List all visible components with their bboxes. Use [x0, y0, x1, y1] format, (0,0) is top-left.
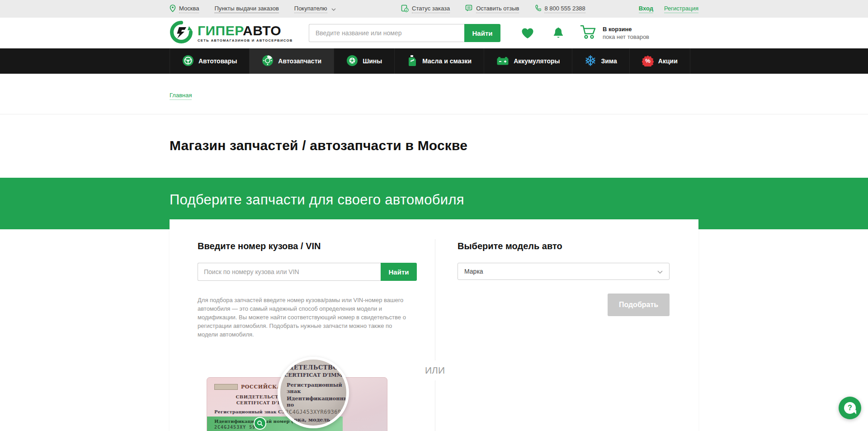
chevron-down-icon [331, 5, 336, 12]
brand-select[interactable]: Марка [458, 263, 670, 280]
svg-text:%: % [645, 57, 651, 64]
search-button[interactable]: Найти [464, 24, 500, 42]
order-status-link[interactable]: Статус заказа [401, 5, 450, 14]
vin-input[interactable] [198, 263, 381, 281]
logo-subtitle: СЕТЬ АВТОМАГАЗИНОВ И АВТОСЕРВИСОВ [198, 38, 293, 43]
nav-item-avtozapchasti[interactable]: Автозапчасти [249, 48, 334, 74]
logo-wordmark: ГИПЕРАВТО [198, 24, 293, 38]
help-chat-button[interactable]: ? [839, 397, 861, 419]
city-label: Москва [179, 5, 199, 13]
notifications-bell-icon[interactable] [553, 27, 564, 39]
pick-parts-button[interactable]: Подобрать [608, 294, 670, 316]
register-link[interactable]: Регистрация [664, 5, 698, 13]
vin-heading: Введите номер кузова / VIN [198, 241, 417, 251]
header-search: Найти [309, 24, 500, 42]
tire-icon [346, 55, 358, 68]
fitment-card: ИЛИ Введите номер кузова / VIN Найти Для… [170, 219, 698, 431]
cart-button[interactable]: В корзине пока нет товаров [580, 24, 649, 42]
column-divider [435, 239, 435, 431]
breadcrumb-home-link[interactable]: Главная [170, 92, 192, 100]
search-input[interactable] [309, 24, 464, 42]
login-link[interactable]: Вход [639, 5, 653, 13]
site-logo[interactable]: ГИПЕРАВТО СЕТЬ АВТОМАГАЗИНОВ И АВТОСЕРВИ… [170, 20, 283, 46]
magnifier-lens: ДЕТЕЛЬСТВО CERTIFICAT D'IMM Регистрацион… [278, 357, 349, 428]
battery-icon [496, 55, 509, 67]
nav-item-akcii[interactable]: % Акции [629, 48, 690, 74]
or-label: ИЛИ [424, 360, 446, 380]
phone-number: 8 800 555 2388 [544, 5, 585, 13]
model-select-column: Выберите модель авто Марка Подобрать [435, 219, 698, 431]
main-nav: Автотовары Автозапчасти Шины Масла и сма… [0, 48, 868, 74]
order-status-icon [401, 5, 409, 14]
logo-icon [170, 20, 193, 46]
nav-item-akkumulyatory[interactable]: Аккумуляторы [484, 48, 572, 74]
steering-wheel-icon [182, 55, 194, 68]
nav-item-zima[interactable]: Зима [572, 48, 629, 74]
percent-icon: % [642, 55, 654, 68]
model-heading: Выберите модель авто [458, 241, 670, 251]
vin-description: Для подбора запчастей введите номер кузо… [198, 296, 406, 339]
brand-select-value: Марка [464, 268, 483, 275]
certificate-emblem [214, 384, 238, 390]
page-title: Магазин запчастей / автозапчасти в Москв… [170, 138, 698, 153]
brake-disc-icon [262, 55, 274, 68]
registration-certificate-image: РОССИЙСКАЯ ФЕДЕРАЦИЯ СВИДЕТЕЛЬСТВО О РЕГ… [198, 357, 417, 431]
oil-can-icon [407, 55, 418, 68]
leave-review-link[interactable]: Оставить отзыв [465, 5, 519, 13]
location-pin-icon [170, 5, 176, 14]
site-header: ГИПЕРАВТО СЕТЬ АВТОМАГАЗИНОВ И АВТОСЕРВИ… [0, 18, 868, 48]
topbar: Москва Пункты выдачи заказов Покупателю … [0, 0, 868, 18]
breadcrumb: Главная [0, 74, 868, 114]
phone-icon [534, 5, 541, 13]
banner-title: Подберите запчасти для своего автомобиля [170, 192, 698, 208]
cart-status: пока нет товаров [603, 33, 649, 41]
chat-message-icon [465, 5, 473, 13]
pickup-points-link[interactable]: Пункты выдачи заказов [214, 5, 278, 13]
nav-item-avtotovary[interactable]: Автотовары [170, 48, 249, 74]
question-bubble-icon: ? [844, 402, 856, 414]
nav-item-shiny[interactable]: Шины [334, 48, 394, 74]
city-selector[interactable]: Москва [170, 5, 199, 14]
nav-item-masla[interactable]: Масла и смазки [394, 48, 484, 74]
vin-search-column: Введите номер кузова / VIN Найти Для под… [170, 219, 435, 431]
vin-search-button[interactable]: Найти [381, 263, 417, 281]
title-section: Магазин запчастей / автозапчасти в Москв… [0, 114, 868, 178]
favorites-heart-icon[interactable] [521, 28, 534, 39]
snowflake-icon [585, 55, 596, 68]
customer-menu[interactable]: Покупателю [294, 5, 336, 13]
magnifier-badge-icon [254, 417, 266, 430]
cart-icon [580, 24, 597, 42]
chevron-down-icon [657, 268, 663, 275]
phone-link[interactable]: 8 800 555 2388 [534, 5, 585, 13]
cart-title: В корзине [603, 25, 649, 33]
